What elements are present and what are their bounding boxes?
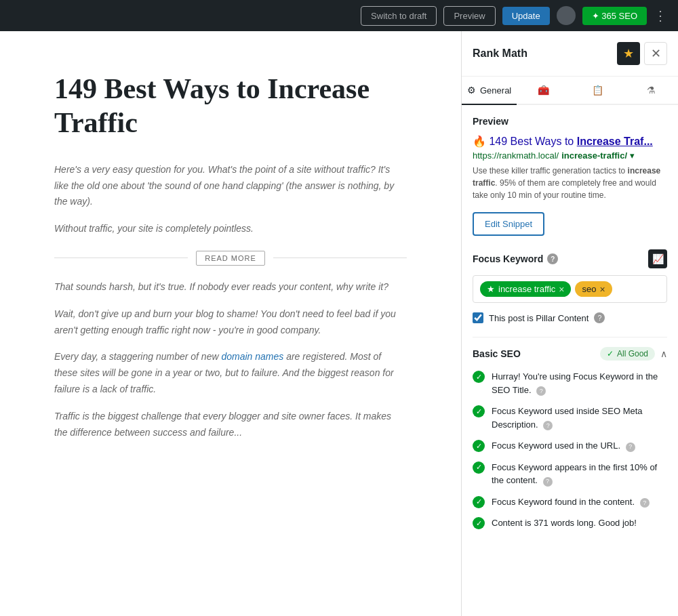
preview-button[interactable]: Preview (443, 6, 495, 26)
switch-to-draft-button[interactable]: Switch to draft (361, 6, 437, 26)
seo-check-item: ✓ Hurray! You're using Focus Keyword in … (473, 370, 667, 396)
check-help-icon[interactable]: ? (543, 477, 553, 487)
tab-general-label: General (480, 85, 511, 96)
seo-check-item: ✓ Focus Keyword used in the URL. ? (473, 439, 667, 453)
post-body: Here's a very easy question for you. Wha… (54, 162, 407, 441)
preview-title-link: Increase Traf... (577, 136, 653, 147)
seo-check-item: ✓ Focus Keyword found in the content. ? (473, 495, 667, 509)
preview-box: 🔥 149 Best Ways to Increase Traf... http… (473, 135, 667, 201)
tab-general[interactable]: ⚙ General (462, 77, 517, 105)
star-button[interactable]: ★ (617, 42, 640, 65)
read-more-divider: READ MORE (54, 251, 407, 266)
all-good-badge: ✓ All Good (600, 347, 655, 361)
primary-keyword-tag[interactable]: ★ increase traffic × (480, 281, 571, 297)
secondary-keyword-tag[interactable]: seo × (575, 281, 612, 297)
seo-check-item: ✓ Focus Keyword appears in the first 10%… (473, 461, 667, 487)
basic-seo-actions: ✓ All Good ∧ (600, 347, 667, 361)
tag-star-icon: ★ (487, 284, 495, 294)
tab-bar: ⚙ General 🧰 📋 ⚗ (462, 77, 678, 105)
check-help-icon[interactable]: ? (536, 386, 546, 396)
focus-keyword-help-icon[interactable]: ? (547, 253, 558, 264)
top-bar: Switch to draft Preview Update ✦ 365 SEO… (0, 0, 678, 31)
panel-title: Rank Math (473, 47, 527, 60)
edit-snippet-button[interactable]: Edit Snippet (473, 212, 544, 236)
tab-analytics[interactable]: ⚗ (624, 77, 678, 105)
seo-checks-list: ✓ Hurray! You're using Focus Keyword in … (473, 370, 667, 530)
panel-content: Preview 🔥 149 Best Ways to Increase Traf… (462, 105, 678, 549)
close-panel-button[interactable]: ✕ (644, 42, 667, 65)
body-paragraph-1: Here's a very easy question for you. Wha… (54, 162, 407, 210)
basic-seo-header[interactable]: Basic SEO ✓ All Good ∧ (473, 347, 667, 361)
check-icon: ✓ (473, 371, 485, 383)
pillar-checkbox[interactable] (473, 312, 483, 323)
pillar-content-label: This post is Pillar Content (489, 313, 589, 323)
domain-names-link[interactable]: domain names (221, 351, 283, 362)
preview-description: Use these killer traffic generation tact… (473, 165, 667, 201)
focus-keyword-label: Focus Keyword ? (473, 253, 558, 264)
badge-check-icon: ✓ (607, 349, 614, 358)
check-icon: ✓ (473, 405, 485, 417)
body-paragraph-2: Without traffic, your site is completely… (54, 221, 407, 237)
check-icon: ✓ (473, 440, 485, 452)
primary-tag-remove-icon[interactable]: × (559, 285, 564, 294)
url-dropdown-icon[interactable]: ▾ (630, 150, 635, 161)
preview-title: 🔥 149 Best Ways to Increase Traf... (473, 135, 667, 148)
divider (473, 337, 667, 337)
editor-area: 149 Best Ways to Increase Traffic Here's… (0, 31, 461, 616)
social-icon: 📋 (592, 85, 603, 96)
rank-math-panel: Rank Math ★ ✕ ⚙ General 🧰 📋 ⚗ (461, 31, 678, 616)
check-icon: ✓ (473, 517, 485, 529)
focus-keyword-header: Focus Keyword ? 📈 (473, 249, 667, 268)
check-text: Focus Keyword used inside SEO Meta Descr… (492, 405, 667, 431)
seo-check-item: ✓ Content is 371 words long. Good job! (473, 516, 667, 530)
trend-icon[interactable]: 📈 (648, 249, 667, 268)
badge-label: All Good (617, 349, 648, 358)
seo-check-item: ✓ Focus Keyword used inside SEO Meta Des… (473, 405, 667, 431)
panel-header-actions: ★ ✕ (617, 42, 667, 65)
more-options-icon[interactable]: ⋮ (654, 7, 667, 24)
basic-seo-title: Basic SEO (473, 348, 521, 359)
body-paragraph-6: Traffic is the biggest challenge that ev… (54, 409, 407, 441)
update-button[interactable]: Update (502, 7, 550, 25)
secondary-tag-remove-icon[interactable]: × (599, 285, 605, 294)
primary-keyword-label: increase traffic (498, 284, 555, 294)
body-paragraph-4: Wait, don't give up and burn your blog t… (54, 306, 407, 339)
fire-emoji: 🔥 (473, 136, 486, 147)
body-paragraph-3: That sounds harsh, but it's true. If nob… (54, 279, 407, 295)
post-title[interactable]: 149 Best Ways to Increase Traffic (54, 72, 407, 140)
basic-seo-chevron-icon[interactable]: ∧ (660, 348, 667, 359)
check-help-icon[interactable]: ? (640, 498, 650, 508)
keyword-tags-input[interactable]: ★ increase traffic × seo × (473, 275, 667, 303)
preview-url: https://rankmath.local/increase-traffic/… (473, 150, 667, 161)
read-more-button[interactable]: READ MORE (196, 251, 265, 266)
check-help-icon[interactable]: ? (543, 421, 553, 430)
tab-schema[interactable]: 🧰 (517, 77, 570, 105)
check-text: Hurray! You're using Focus Keyword in th… (492, 370, 667, 396)
avatar (557, 6, 576, 25)
secondary-keyword-label: seo (582, 284, 596, 294)
pillar-help-icon[interactable]: ? (594, 312, 605, 323)
panel-header: Rank Math ★ ✕ (462, 31, 678, 77)
body-paragraph-5: Every day, a staggering number of new do… (54, 349, 407, 397)
preview-section-label: Preview (473, 116, 667, 127)
schema-icon: 🧰 (538, 85, 549, 96)
publish-button[interactable]: ✦ 365 SEO (582, 7, 647, 25)
general-icon: ⚙ (467, 85, 476, 96)
check-icon: ✓ (473, 461, 485, 474)
check-icon: ✓ (473, 496, 485, 508)
preview-title-start: 149 Best Ways to (489, 136, 576, 147)
tab-social[interactable]: 📋 (571, 77, 624, 105)
pillar-content-row: This post is Pillar Content ? (473, 312, 667, 323)
check-text: Focus Keyword found in the content. ? (492, 495, 667, 509)
check-help-icon[interactable]: ? (626, 443, 635, 452)
check-text: Content is 371 words long. Good job! (492, 516, 667, 530)
analytics-icon: ⚗ (647, 85, 656, 96)
main-layout: 149 Best Ways to Increase Traffic Here's… (0, 31, 678, 616)
check-text: Focus Keyword used in the URL. ? (492, 439, 667, 453)
check-text: Focus Keyword appears in the first 10% o… (492, 461, 667, 487)
